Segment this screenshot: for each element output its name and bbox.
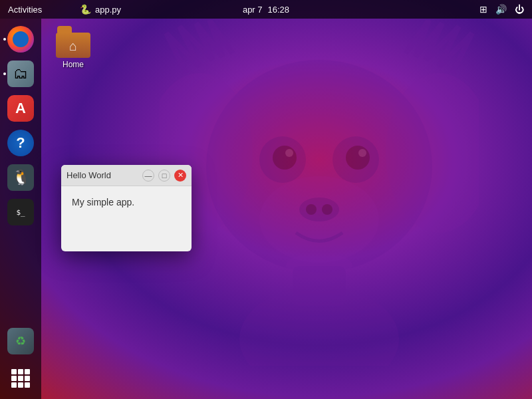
- folder-graphic: ⌂: [56, 26, 90, 58]
- window-controls: — □ ✕: [142, 170, 186, 182]
- snake-indicator: 🐍: [80, 4, 91, 15]
- linux-icon: 🐧: [7, 164, 34, 191]
- dock-item-show-apps[interactable]: [5, 363, 36, 394]
- active-indicator: [3, 38, 6, 41]
- topbar: Activities 🐍 app.py apr 7 16:28 ⊞ 🔊 ⏻: [0, 0, 532, 19]
- svg-point-8: [285, 149, 293, 157]
- network-icon[interactable]: ⊞: [479, 4, 487, 15]
- dock: 🗂 A ? 🐧 $_ ♻: [0, 19, 41, 399]
- svg-point-11: [306, 204, 317, 215]
- window-close-button[interactable]: ✕: [174, 170, 186, 182]
- topbar-date: apr 7: [243, 5, 263, 15]
- dock-item-appstore[interactable]: A: [5, 93, 36, 124]
- svg-point-9: [358, 149, 366, 157]
- window-title: Hello World: [66, 170, 142, 180]
- activities-button[interactable]: Activities: [5, 5, 45, 15]
- folder-tab: [57, 26, 72, 33]
- svg-point-10: [299, 198, 339, 221]
- svg-point-12: [322, 204, 332, 215]
- window-titlebar: Hello World — □ ✕: [61, 165, 192, 186]
- svg-point-6: [273, 146, 297, 170]
- wallpaper-monkey: [160, 20, 479, 366]
- power-icon[interactable]: ⏻: [515, 4, 524, 15]
- window-maximize-button[interactable]: □: [158, 170, 170, 182]
- hello-world-window: Hello World — □ ✕ My simple app.: [61, 165, 192, 251]
- trash-icon: ♻: [7, 328, 34, 354]
- help-icon: ?: [7, 130, 34, 156]
- app-indicator-name: app.py: [95, 5, 121, 15]
- desktop-icons: ⌂ Home: [47, 23, 100, 72]
- desktop: Activities 🐍 app.py apr 7 16:28 ⊞ 🔊 ⏻ 🗂: [0, 0, 532, 399]
- dock-item-trash[interactable]: ♻: [5, 326, 36, 356]
- window-content: My simple app.: [61, 186, 192, 218]
- files-icon: 🗂: [7, 61, 34, 87]
- firefox-icon: [7, 26, 34, 53]
- svg-point-15: [239, 286, 399, 366]
- folder-body: ⌂: [56, 33, 90, 58]
- volume-icon[interactable]: 🔊: [495, 4, 507, 15]
- dock-item-files[interactable]: 🗂: [5, 59, 36, 89]
- home-folder-icon[interactable]: ⌂ Home: [47, 23, 100, 72]
- terminal-icon: $_: [7, 199, 34, 225]
- topbar-time: 16:28: [268, 5, 290, 15]
- svg-point-7: [346, 146, 370, 170]
- window-text: My simple app.: [72, 197, 134, 207]
- dock-item-terminal[interactable]: $_: [5, 197, 36, 227]
- dock-item-help[interactable]: ?: [5, 128, 36, 158]
- dock-item-linux[interactable]: 🐧: [5, 162, 36, 193]
- home-icon-label: Home: [63, 60, 84, 69]
- home-symbol: ⌂: [69, 39, 77, 54]
- active-indicator: [3, 72, 6, 75]
- show-apps-icon: [7, 365, 34, 392]
- window-minimize-button[interactable]: —: [142, 170, 154, 182]
- dock-item-firefox[interactable]: [5, 24, 36, 55]
- appstore-icon: A: [7, 95, 34, 122]
